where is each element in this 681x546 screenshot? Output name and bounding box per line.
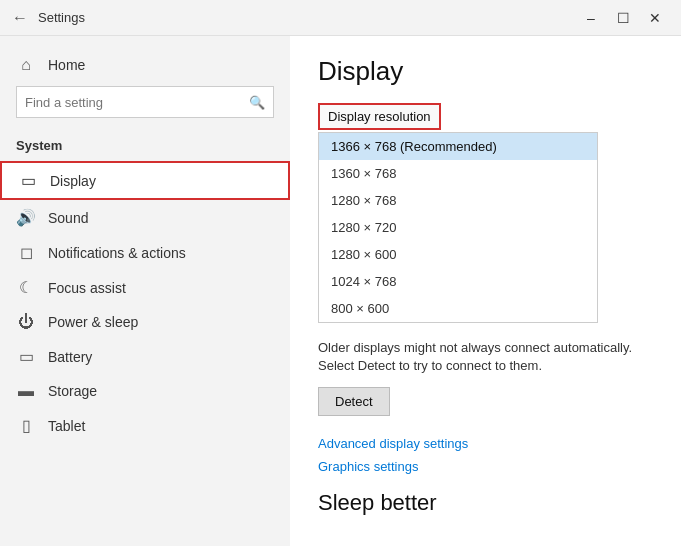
sidebar-item-tablet[interactable]: ▯ Tablet (0, 408, 290, 443)
search-input[interactable] (25, 95, 249, 110)
close-button[interactable]: ✕ (641, 8, 669, 28)
sidebar-tablet-label: Tablet (48, 418, 85, 434)
resolution-option-6[interactable]: 800 × 600 (319, 295, 597, 322)
resolution-dropdown[interactable]: 1366 × 768 (Recommended) 1360 × 768 1280… (318, 132, 598, 323)
title-bar: ← Settings – ☐ ✕ (0, 0, 681, 36)
sidebar-focus-label: Focus assist (48, 280, 126, 296)
sidebar-item-storage[interactable]: ▬ Storage (0, 374, 290, 408)
resolution-option-2[interactable]: 1280 × 768 (319, 187, 597, 214)
sidebar-item-sound[interactable]: 🔊 Sound (0, 200, 290, 235)
battery-icon: ▭ (16, 347, 36, 366)
sidebar: ⌂ Home 🔍 System ▭ Display 🔊 Sound ◻ Noti… (0, 36, 290, 546)
sidebar-display-label: Display (50, 173, 96, 189)
focus-icon: ☾ (16, 278, 36, 297)
sidebar-item-battery[interactable]: ▭ Battery (0, 339, 290, 374)
sidebar-battery-label: Battery (48, 349, 92, 365)
sidebar-power-label: Power & sleep (48, 314, 138, 330)
tablet-icon: ▯ (16, 416, 36, 435)
display-icon: ▭ (18, 171, 38, 190)
resolution-option-1[interactable]: 1360 × 768 (319, 160, 597, 187)
resolution-option-3[interactable]: 1280 × 720 (319, 214, 597, 241)
resolution-option-5[interactable]: 1024 × 768 (319, 268, 597, 295)
sidebar-item-home[interactable]: ⌂ Home (0, 48, 290, 82)
sidebar-storage-label: Storage (48, 383, 97, 399)
sidebar-item-notifications[interactable]: ◻ Notifications & actions (0, 235, 290, 270)
sidebar-sound-label: Sound (48, 210, 88, 226)
sidebar-home-label: Home (48, 57, 85, 73)
sound-icon: 🔊 (16, 208, 36, 227)
minimize-button[interactable]: – (577, 8, 605, 28)
system-section-label: System (0, 134, 290, 161)
maximize-button[interactable]: ☐ (609, 8, 637, 28)
content: ⌂ Home 🔍 System ▭ Display 🔊 Sound ◻ Noti… (0, 36, 681, 546)
back-button[interactable]: ← (12, 9, 28, 27)
page-title: Display (318, 56, 653, 87)
power-icon: ⏻ (16, 313, 36, 331)
notifications-icon: ◻ (16, 243, 36, 262)
home-icon: ⌂ (16, 56, 36, 74)
helper-text: Older displays might not always connect … (318, 339, 653, 375)
resolution-option-0[interactable]: 1366 × 768 (Recommended) (319, 133, 597, 160)
main-content: Display Display resolution 1366 × 768 (R… (290, 36, 681, 546)
sidebar-notifications-label: Notifications & actions (48, 245, 186, 261)
sleep-section-title: Sleep better (318, 490, 653, 516)
title-bar-title: Settings (38, 10, 85, 25)
detect-button[interactable]: Detect (318, 387, 390, 416)
graphics-settings-link[interactable]: Graphics settings (318, 459, 653, 474)
resolution-label: Display resolution (318, 103, 441, 130)
sidebar-item-power[interactable]: ⏻ Power & sleep (0, 305, 290, 339)
resolution-option-4[interactable]: 1280 × 600 (319, 241, 597, 268)
search-box[interactable]: 🔍 (16, 86, 274, 118)
sidebar-item-focus[interactable]: ☾ Focus assist (0, 270, 290, 305)
advanced-display-link[interactable]: Advanced display settings (318, 436, 653, 451)
search-icon: 🔍 (249, 95, 265, 110)
title-bar-controls: – ☐ ✕ (577, 8, 669, 28)
storage-icon: ▬ (16, 382, 36, 400)
title-bar-left: ← Settings (12, 9, 85, 27)
sidebar-item-display[interactable]: ▭ Display (0, 161, 290, 200)
